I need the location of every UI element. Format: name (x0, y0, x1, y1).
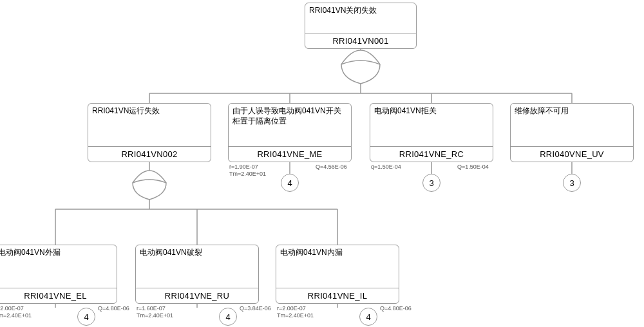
params-b2-left: r=1.60E-07Tm=2.40E+01 (137, 305, 173, 320)
fault-tree-canvas: RRI041VN关闭失效 RRI041VN001 RRI041VN运行失效 RR… (0, 0, 644, 327)
params-m2-right: Q=4.56E-06 (316, 164, 347, 171)
node-m3: 电动阀041VN拒关 RRI041VNE_RC (370, 103, 493, 162)
node-m4-desc: 维修故障不可用 (511, 104, 633, 146)
params-m2-left: r=1.90E-07Tm=2.40E+01 (229, 164, 266, 178)
node-m4: 维修故障不可用 RRI040VNE_UV (510, 103, 634, 162)
node-m1: RRI041VN运行失效 RRI041VN002 (88, 103, 211, 162)
node-b1: 电动阀041VN外漏 RRI041VNE_EL (0, 245, 117, 304)
node-b1-code: RRI041VNE_EL (0, 288, 117, 303)
node-m1-desc: RRI041VN运行失效 (88, 104, 211, 146)
params-b1-left: r=2.00E-07Tm=2.40E+01 (0, 305, 32, 320)
node-m4-code: RRI040VNE_UV (511, 146, 633, 162)
node-m3-code: RRI041VNE_RC (370, 146, 493, 162)
params-b3-right: Q=4.80E-06 (380, 305, 412, 312)
node-m2-code: RRI041VNE_ME (229, 146, 351, 162)
params-b2-right: Q=3.84E-06 (240, 305, 271, 312)
node-b3-code: RRI041VNE_IL (276, 288, 399, 303)
transfer-b2: 4 (219, 308, 237, 326)
transfer-m4: 3 (563, 174, 581, 192)
transfer-m3: 3 (422, 174, 440, 192)
node-b1-desc: 电动阀041VN外漏 (0, 245, 117, 288)
node-m1-code: RRI041VN002 (88, 146, 211, 162)
node-b2: 电动阀041VN破裂 RRI041VNE_RU (135, 245, 259, 304)
node-top-desc: RRI041VN关闭失效 (305, 3, 416, 33)
transfer-b3: 4 (359, 308, 377, 326)
node-top: RRI041VN关闭失效 RRI041VN001 (305, 3, 417, 49)
params-b3-left: r=2.00E-07Tm=2.40E+01 (277, 305, 314, 320)
node-m2-desc: 由于人误导致电动阀041VN开关柜置于隔离位置 (229, 104, 351, 146)
params-m3-right: Q=1.50E-04 (457, 164, 489, 171)
transfer-m2: 4 (281, 174, 299, 192)
node-b2-code: RRI041VNE_RU (136, 288, 258, 303)
node-m3-desc: 电动阀041VN拒关 (370, 104, 493, 146)
params-m3-left: q=1.50E-04 (371, 164, 401, 171)
transfer-b1: 4 (77, 308, 95, 326)
or-gate-top (341, 50, 380, 84)
node-b3-desc: 电动阀041VN内漏 (276, 245, 399, 288)
node-b3: 电动阀041VN内漏 RRI041VNE_IL (276, 245, 399, 304)
node-b2-desc: 电动阀041VN破裂 (136, 245, 258, 288)
or-gate-mid (133, 171, 166, 200)
params-b1-right: Q=4.80E-06 (98, 305, 129, 312)
node-m2: 由于人误导致电动阀041VN开关柜置于隔离位置 RRI041VNE_ME (228, 103, 352, 162)
node-top-code: RRI041VN001 (305, 33, 416, 48)
